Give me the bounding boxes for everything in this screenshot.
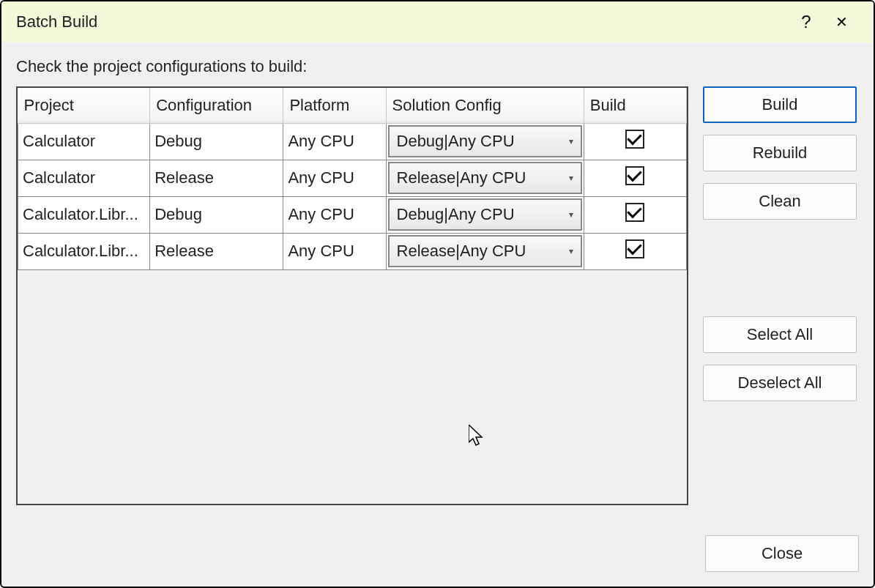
config-table-container: Project Configuration Platform Solution … — [16, 86, 688, 505]
cell-platform: Any CPU — [283, 160, 386, 196]
cell-configuration: Debug — [150, 196, 283, 233]
cell-project: Calculator.Libr... — [18, 233, 150, 269]
column-header-solution-config[interactable]: Solution Config — [386, 88, 584, 123]
titlebar: Batch Build ? ✕ — [1, 1, 874, 42]
cell-project: Calculator.Libr... — [18, 196, 150, 233]
close-window-button[interactable]: ✕ — [824, 1, 859, 42]
table-row[interactable]: CalculatorReleaseAny CPURelease|Any CPU▾ — [18, 160, 687, 196]
close-icon: ✕ — [835, 13, 848, 31]
dropdown-value: Release|Any CPU — [397, 168, 569, 187]
cell-solution-config: Debug|Any CPU▾ — [386, 196, 584, 233]
solution-config-dropdown[interactable]: Debug|Any CPU▾ — [388, 125, 582, 157]
help-icon: ? — [801, 12, 811, 32]
cell-project: Calculator — [18, 160, 150, 196]
chevron-down-icon: ▾ — [569, 173, 573, 183]
cell-configuration: Release — [150, 233, 283, 269]
spacer — [703, 231, 857, 305]
solution-config-dropdown[interactable]: Release|Any CPU▾ — [388, 235, 582, 267]
dropdown-value: Debug|Any CPU — [397, 132, 569, 151]
solution-config-dropdown[interactable]: Release|Any CPU▾ — [388, 162, 582, 194]
cell-build — [584, 233, 686, 269]
table-header-row: Project Configuration Platform Solution … — [18, 88, 687, 123]
cell-platform: Any CPU — [283, 123, 386, 160]
cell-configuration: Release — [150, 160, 283, 196]
build-checkbox[interactable] — [625, 166, 644, 185]
dialog-body: Check the project configurations to buil… — [1, 42, 874, 524]
batch-build-dialog: Batch Build ? ✕ Check the project config… — [0, 0, 875, 588]
table-row[interactable]: Calculator.Libr...ReleaseAny CPURelease|… — [18, 233, 687, 269]
dropdown-value: Debug|Any CPU — [397, 205, 569, 224]
cell-project: Calculator — [18, 123, 150, 160]
chevron-down-icon: ▾ — [569, 246, 573, 256]
help-button[interactable]: ? — [789, 1, 824, 42]
table-row[interactable]: Calculator.Libr...DebugAny CPUDebug|Any … — [18, 196, 687, 233]
cell-platform: Any CPU — [283, 233, 386, 269]
instruction-label: Check the project configurations to buil… — [16, 57, 859, 76]
dialog-title: Batch Build — [16, 12, 789, 31]
column-header-project[interactable]: Project — [18, 88, 150, 123]
rebuild-button[interactable]: Rebuild — [703, 135, 857, 171]
clean-button[interactable]: Clean — [703, 183, 857, 220]
column-header-platform[interactable]: Platform — [283, 88, 386, 123]
build-checkbox[interactable] — [625, 130, 644, 149]
cell-solution-config: Debug|Any CPU▾ — [386, 123, 584, 160]
dialog-footer: Close — [1, 524, 874, 587]
solution-config-dropdown[interactable]: Debug|Any CPU▾ — [388, 198, 582, 231]
cell-solution-config: Release|Any CPU▾ — [386, 233, 584, 269]
deselect-all-button[interactable]: Deselect All — [703, 365, 857, 401]
chevron-down-icon: ▾ — [569, 136, 573, 146]
action-buttons: Build Rebuild Clean Select All Deselect … — [703, 86, 857, 509]
cell-platform: Any CPU — [283, 196, 386, 233]
column-header-configuration[interactable]: Configuration — [150, 88, 283, 123]
cell-build — [584, 160, 686, 196]
close-button[interactable]: Close — [705, 535, 859, 572]
chevron-down-icon: ▾ — [569, 209, 573, 220]
cell-solution-config: Release|Any CPU▾ — [386, 160, 584, 196]
table-row[interactable]: CalculatorDebugAny CPUDebug|Any CPU▾ — [18, 123, 687, 160]
column-header-build[interactable]: Build — [584, 88, 686, 123]
config-table: Project Configuration Platform Solution … — [18, 88, 687, 270]
select-all-button[interactable]: Select All — [703, 316, 857, 353]
dropdown-value: Release|Any CPU — [397, 242, 569, 261]
build-checkbox[interactable] — [625, 239, 644, 258]
content-row: Project Configuration Platform Solution … — [16, 86, 859, 509]
cell-build — [584, 196, 686, 233]
build-button[interactable]: Build — [703, 86, 857, 123]
cell-build — [584, 123, 686, 160]
cell-configuration: Debug — [150, 123, 283, 160]
build-checkbox[interactable] — [625, 203, 644, 222]
